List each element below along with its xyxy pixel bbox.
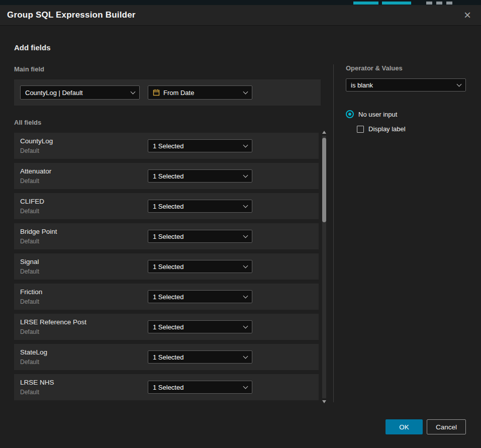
display-label-text: Display label <box>368 125 406 133</box>
field-name: CLIFED <box>20 198 44 205</box>
field-name: Signal <box>20 258 39 265</box>
field-row: StateLog Default 1 Selected <box>14 344 319 370</box>
field-name: Friction <box>20 288 42 296</box>
main-field-row: CountyLog | Default From Date <box>14 79 321 106</box>
close-icon: × <box>464 9 471 21</box>
field-selected-dropdown[interactable]: 1 Selected <box>148 230 252 243</box>
background-icon-fragment <box>436 2 442 5</box>
add-fields-heading: Add fields <box>14 43 51 52</box>
vertical-divider <box>333 64 334 402</box>
field-subtitle: Default <box>20 147 39 154</box>
no-user-input-label: No user input <box>358 111 397 118</box>
chevron-down-icon <box>243 263 248 268</box>
all-fields-label: All fields <box>14 119 41 126</box>
field-subtitle: Default <box>20 208 39 215</box>
main-field-label: Main field <box>14 65 44 73</box>
radio-selected-icon <box>346 110 354 118</box>
field-subtitle: Default <box>20 238 39 245</box>
chevron-down-icon <box>243 293 248 298</box>
field-subtitle: Default <box>20 268 39 275</box>
field-row: CountyLog Default 1 Selected <box>14 133 319 159</box>
layer-select[interactable]: CountyLog | Default <box>20 85 140 100</box>
dialog-group-sql-expression-builder: Group SQL Expression Builder × Add field… <box>0 5 481 448</box>
field-select[interactable]: From Date <box>148 85 252 100</box>
screen: Group SQL Expression Builder × Add field… <box>0 0 481 448</box>
field-selected-dropdown[interactable]: 1 Selected <box>148 290 252 303</box>
display-label-checkbox[interactable]: Display label <box>357 125 406 133</box>
chevron-down-icon <box>243 203 248 208</box>
field-subtitle: Default <box>20 298 39 305</box>
field-row: Friction Default 1 Selected <box>14 284 319 310</box>
chevron-down-icon <box>243 89 248 94</box>
chevron-down-icon <box>131 89 136 94</box>
field-name: LRSE NHS <box>20 379 54 386</box>
field-selected-dropdown[interactable]: 1 Selected <box>148 350 252 364</box>
dialog-title: Group SQL Expression Builder <box>7 5 136 25</box>
chevron-down-icon <box>457 81 462 86</box>
layer-select-value: CountyLog | Default <box>25 89 127 97</box>
chevron-down-icon <box>243 142 248 147</box>
field-row: LRSE Reference Post Default 1 Selected <box>14 314 319 340</box>
operator-select-value: is blank <box>351 81 453 89</box>
checkbox-unchecked-icon <box>357 126 364 133</box>
field-selected-dropdown[interactable]: 1 Selected <box>148 381 252 394</box>
chevron-down-icon <box>243 353 248 359</box>
background-icon-fragment <box>446 2 452 5</box>
background-icon-fragment <box>426 2 432 5</box>
field-name: StateLog <box>20 348 47 356</box>
field-row: LRSE NHS Default 1 Selected <box>14 374 319 400</box>
chevron-down-icon <box>243 233 248 238</box>
field-selected-dropdown[interactable]: 1 Selected <box>148 260 252 273</box>
scrollbar-down-arrow[interactable] <box>322 400 326 403</box>
calendar-date-icon <box>153 89 160 96</box>
field-name: LRSE Reference Post <box>20 318 86 326</box>
chevron-down-icon <box>243 172 248 177</box>
scrollbar-thumb[interactable] <box>322 138 326 222</box>
no-user-input-radio[interactable]: No user input <box>346 110 397 118</box>
chevron-down-icon <box>243 384 248 389</box>
ok-button[interactable]: OK <box>386 419 423 434</box>
field-name: CountyLog <box>20 137 53 145</box>
field-selected-dropdown[interactable]: 1 Selected <box>148 200 252 213</box>
field-row: Bridge Point Default 1 Selected <box>14 223 319 249</box>
field-row: Attenuator Default 1 Selected <box>14 163 319 189</box>
background-page-sliver <box>0 0 481 5</box>
field-row: Signal Default 1 Selected <box>14 253 319 280</box>
close-button[interactable]: × <box>459 5 476 25</box>
dialog-header: Group SQL Expression Builder × <box>0 5 481 25</box>
field-row: CLIFED Default 1 Selected <box>14 193 319 219</box>
field-subtitle: Default <box>20 177 39 185</box>
background-link-fragment <box>353 2 378 5</box>
background-link-fragment <box>382 2 411 5</box>
field-subtitle: Default <box>20 328 39 335</box>
field-name: Bridge Point <box>20 228 57 235</box>
operator-select[interactable]: is blank <box>346 78 466 92</box>
field-selected-dropdown[interactable]: 1 Selected <box>148 169 252 183</box>
field-subtitle: Default <box>20 359 39 366</box>
cancel-button[interactable]: Cancel <box>427 419 466 434</box>
field-selected-dropdown[interactable]: 1 Selected <box>148 320 252 333</box>
field-name: Attenuator <box>20 167 51 175</box>
all-fields-list: CountyLog Default 1 Selected Attenuator … <box>14 133 319 404</box>
field-select-value: From Date <box>163 89 240 97</box>
field-selected-dropdown[interactable]: 1 Selected <box>148 139 252 152</box>
operator-values-heading: Operator & Values <box>346 64 403 72</box>
scrollbar-up-arrow[interactable] <box>322 131 326 134</box>
field-subtitle: Default <box>20 389 39 396</box>
chevron-down-icon <box>243 323 248 328</box>
